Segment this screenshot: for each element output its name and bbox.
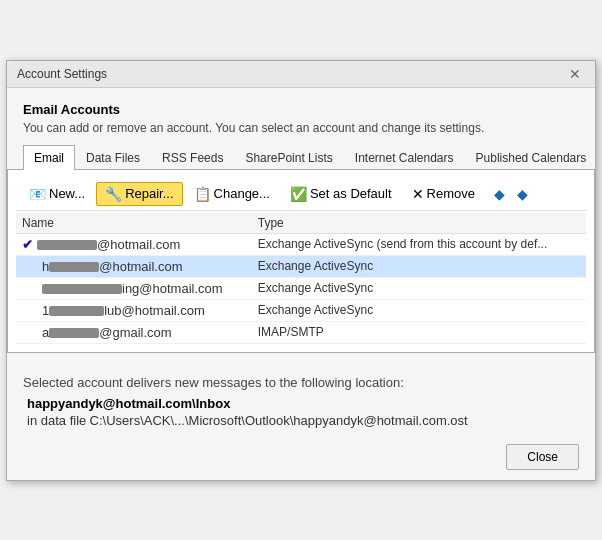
accounts-table: Name Type ✔@hotmail.comExchange ActiveSy… (16, 213, 586, 344)
dialog-title: Account Settings (17, 67, 107, 81)
account-name-cell: ✔@hotmail.com (16, 233, 252, 255)
redacted-text (42, 284, 122, 294)
selected-info: Selected account delivers new messages t… (23, 375, 579, 390)
toolbar: 📧 New... 🔧 Repair... 📋 Change... ✅ Set a… (16, 178, 586, 211)
redacted-text (49, 306, 104, 316)
account-type-cell: Exchange ActiveSync (send from this acco… (252, 233, 586, 255)
redacted-text (49, 328, 99, 338)
account-name: h@hotmail.com (22, 259, 246, 274)
nav-arrows: ◆ ◆ (490, 184, 532, 204)
repair-label: Repair... (125, 186, 173, 201)
tab-published-calendars[interactable]: Published Calendars (465, 145, 598, 170)
tab-data-files[interactable]: Data Files (75, 145, 151, 170)
nav-up-icon[interactable]: ◆ (490, 184, 509, 204)
remove-button[interactable]: ✕ Remove (403, 182, 484, 206)
set-default-label: Set as Default (310, 186, 392, 201)
col-name-header: Name (16, 213, 252, 234)
tab-internet-calendars[interactable]: Internet Calendars (344, 145, 465, 170)
account-type-cell: Exchange ActiveSync (252, 299, 586, 321)
account-type-cell: Exchange ActiveSync (252, 255, 586, 277)
account-name-cell: 1lub@hotmail.com (16, 299, 252, 321)
tab-rss-feeds[interactable]: RSS Feeds (151, 145, 234, 170)
account-type-cell: IMAP/SMTP (252, 321, 586, 343)
account-email: ing@hotmail.com (42, 281, 223, 296)
new-button[interactable]: 📧 New... (20, 182, 94, 206)
account-name: ing@hotmail.com (22, 281, 246, 296)
redacted-text (49, 262, 99, 272)
redacted-text (37, 240, 97, 250)
data-file-label: in data file (27, 413, 86, 428)
set-default-icon: ✅ (290, 186, 307, 202)
account-name: a@gmail.com (22, 325, 246, 340)
table-row[interactable]: ✔@hotmail.comExchange ActiveSync (send f… (16, 233, 586, 255)
close-button[interactable]: Close (506, 444, 579, 470)
new-icon: 📧 (29, 186, 46, 202)
table-row[interactable]: h@hotmail.comExchange ActiveSync (16, 255, 586, 277)
set-default-button[interactable]: ✅ Set as Default (281, 182, 401, 206)
nav-down-icon[interactable]: ◆ (513, 184, 532, 204)
repair-icon: 🔧 (105, 186, 122, 202)
dialog-buttons: Close (7, 436, 595, 480)
tab-sharepoint-lists[interactable]: SharePoint Lists (234, 145, 343, 170)
footer-area: Selected account delivers new messages t… (7, 363, 595, 436)
account-email: h@hotmail.com (42, 259, 183, 274)
data-file-info: in data file C:\Users\ACK\...\Microsoft\… (23, 414, 468, 428)
account-name: 1lub@hotmail.com (22, 303, 246, 318)
account-email: a@gmail.com (42, 325, 172, 340)
change-icon: 📋 (194, 186, 211, 202)
change-label: Change... (214, 186, 270, 201)
section-title: Email Accounts (23, 102, 579, 117)
account-type-cell: Exchange ActiveSync (252, 277, 586, 299)
table-row[interactable]: a@gmail.comIMAP/SMTP (16, 321, 586, 343)
data-file-path: C:\Users\ACK\...\Microsoft\Outlook\happy… (90, 413, 468, 428)
repair-button[interactable]: 🔧 Repair... (96, 182, 182, 206)
tab-content-email: 📧 New... 🔧 Repair... 📋 Change... ✅ Set a… (7, 170, 595, 353)
account-name-cell: a@gmail.com (16, 321, 252, 343)
col-type-header: Type (252, 213, 586, 234)
section-desc: You can add or remove an account. You ca… (23, 121, 579, 135)
remove-label: Remove (427, 186, 475, 201)
remove-icon: ✕ (412, 186, 424, 202)
account-email: @hotmail.com (37, 237, 180, 252)
account-name-cell: h@hotmail.com (16, 255, 252, 277)
account-name-cell: ing@hotmail.com (16, 277, 252, 299)
account-name: ✔@hotmail.com (22, 237, 246, 252)
title-bar: Account Settings ✕ (7, 61, 595, 88)
default-account-icon: ✔ (22, 237, 33, 252)
title-close-button[interactable]: ✕ (565, 67, 585, 81)
table-row[interactable]: ing@hotmail.comExchange ActiveSync (16, 277, 586, 299)
tabs-bar: Email Data Files RSS Feeds SharePoint Li… (7, 145, 595, 170)
tab-address-books[interactable]: Address Books (597, 145, 602, 170)
mailbox-path: happyandyk@hotmail.com\Inbox (23, 396, 579, 411)
account-email: 1lub@hotmail.com (42, 303, 205, 318)
table-row[interactable]: 1lub@hotmail.comExchange ActiveSync (16, 299, 586, 321)
change-button[interactable]: 📋 Change... (185, 182, 279, 206)
dialog-content: Email Accounts You can add or remove an … (7, 88, 595, 363)
new-label: New... (49, 186, 85, 201)
tab-email[interactable]: Email (23, 145, 75, 170)
account-settings-dialog: Account Settings ✕ Email Accounts You ca… (6, 60, 596, 481)
